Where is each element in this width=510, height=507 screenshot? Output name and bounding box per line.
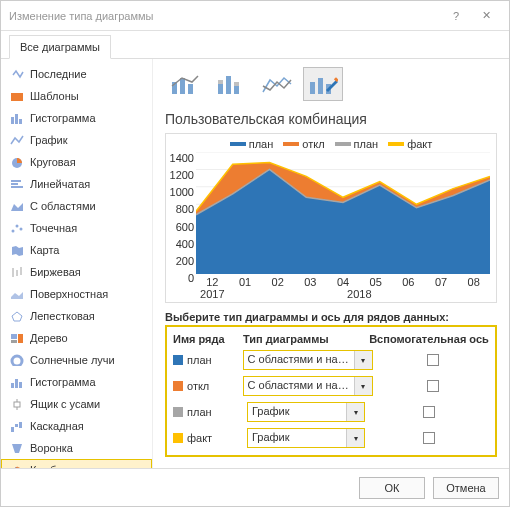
line-icon (10, 134, 24, 146)
sunburst-icon (10, 354, 24, 366)
y-axis: 1400120010008006004002000 (168, 152, 194, 284)
sidebar-item-funnel[interactable]: Воронка (1, 437, 152, 459)
templates-icon (10, 90, 24, 102)
combo-subtype-custom[interactable] (303, 67, 343, 101)
config-label: Выберите тип диаграммы и ось для рядов д… (165, 311, 497, 323)
combo-subtype-2[interactable] (211, 67, 251, 101)
sidebar-item-label: С областями (30, 200, 96, 212)
histogram-icon (10, 376, 24, 388)
sidebar-item-histogram[interactable]: Гистограмма (1, 371, 152, 393)
svg-rect-3 (19, 119, 22, 124)
sidebar-item-area[interactable]: С областями (1, 195, 152, 217)
chart-type-sidebar: ПоследниеШаблоныГистограммаГрафикКругова… (1, 59, 153, 468)
svg-rect-2 (15, 114, 18, 124)
svg-point-8 (12, 230, 15, 233)
series-config-grid: Имя ряда Тип диаграммы Вспомогательная о… (165, 325, 497, 457)
scatter-icon (10, 222, 24, 234)
surface-icon (10, 288, 24, 300)
stock-icon (10, 266, 24, 278)
x-axis-months: 120102030405060708 (196, 276, 490, 288)
chart-legend: планотклпланфакт (172, 138, 490, 150)
chevron-down-icon[interactable]: ▾ (346, 403, 364, 421)
chart-type-select[interactable]: График ▾ (247, 428, 365, 448)
sidebar-item-recent[interactable]: Последние (1, 63, 152, 85)
combo-subtype-1[interactable] (165, 67, 205, 101)
chart-type-select[interactable]: График ▾ (247, 402, 365, 422)
sidebar-item-radar[interactable]: Лепестковая (1, 305, 152, 327)
svg-marker-28 (12, 444, 22, 453)
close-button[interactable]: ✕ (471, 9, 501, 22)
area-icon (10, 200, 24, 212)
svg-rect-16 (18, 334, 23, 343)
legend-item: план (230, 138, 274, 150)
dialog-footer: ОК Отмена (1, 468, 509, 506)
combo-heading: Пользовательская комбинация (165, 111, 497, 127)
sidebar-item-surface[interactable]: Поверхностная (1, 283, 152, 305)
svg-rect-15 (11, 334, 17, 339)
legend-swatch (388, 142, 404, 146)
ok-button[interactable]: ОК (359, 477, 425, 499)
series-name-cell: план (173, 354, 239, 366)
svg-rect-1 (11, 117, 14, 124)
sidebar-item-bar-v[interactable]: Гистограмма (1, 107, 152, 129)
sidebar-item-scatter[interactable]: Точечная (1, 217, 152, 239)
legend-item: факт (388, 138, 432, 150)
aux-axis-checkbox[interactable] (423, 432, 435, 444)
series-row: факт График ▾ (169, 425, 493, 451)
aux-axis-checkbox[interactable] (427, 354, 439, 366)
series-name: план (187, 354, 212, 366)
tab-all-charts[interactable]: Все диаграммы (9, 35, 111, 59)
svg-rect-20 (15, 379, 18, 388)
sidebar-item-map[interactable]: Карта (1, 239, 152, 261)
chevron-down-icon[interactable]: ▾ (346, 429, 364, 447)
chart-type-select[interactable]: С областями и нако… ▾ (243, 350, 373, 370)
chevron-down-icon[interactable]: ▾ (354, 351, 372, 369)
combo-subtype-3[interactable] (257, 67, 297, 101)
legend-label: факт (407, 138, 432, 150)
header-type: Тип диаграммы (243, 333, 369, 345)
aux-axis-checkbox[interactable] (423, 406, 435, 418)
svg-rect-5 (11, 180, 21, 182)
svg-rect-6 (11, 183, 18, 185)
aux-axis-cell (369, 406, 489, 418)
plot-area (196, 152, 490, 274)
sidebar-item-waterfall[interactable]: Каскадная (1, 415, 152, 437)
sidebar-item-line[interactable]: График (1, 129, 152, 151)
legend-swatch (335, 142, 351, 146)
sidebar-item-combo[interactable]: Комбинированная (1, 459, 152, 468)
cancel-button[interactable]: Отмена (433, 477, 499, 499)
sidebar-item-label: График (30, 134, 68, 146)
series-swatch (173, 433, 183, 443)
legend-swatch (230, 142, 246, 146)
svg-rect-25 (11, 427, 14, 432)
sidebar-item-label: Гистограмма (30, 376, 96, 388)
sidebar-item-label: Лепестковая (30, 310, 95, 322)
sidebar-item-label: Точечная (30, 222, 77, 234)
sidebar-item-label: Последние (30, 68, 87, 80)
svg-rect-37 (218, 80, 223, 84)
aux-axis-checkbox[interactable] (427, 380, 439, 392)
svg-rect-36 (234, 86, 239, 94)
sidebar-item-boxplot[interactable]: Ящик с усами (1, 393, 152, 415)
svg-rect-19 (11, 383, 14, 388)
radar-icon (10, 310, 24, 322)
svg-rect-0 (11, 93, 23, 101)
sidebar-item-bar-h[interactable]: Линейчатая (1, 173, 152, 195)
sidebar-item-pie[interactable]: Круговая (1, 151, 152, 173)
help-button[interactable]: ? (441, 10, 471, 22)
chart-type-select[interactable]: С областями и нако… ▾ (243, 376, 373, 396)
sidebar-item-tree[interactable]: Дерево (1, 327, 152, 349)
aux-axis-cell (369, 432, 489, 444)
sidebar-item-stock[interactable]: Биржевая (1, 261, 152, 283)
sidebar-item-label: Карта (30, 244, 59, 256)
select-value: График (248, 403, 346, 421)
map-icon (10, 244, 24, 256)
chevron-down-icon[interactable]: ▾ (354, 377, 372, 395)
aux-axis-cell (377, 380, 489, 392)
sidebar-item-templates[interactable]: Шаблоны (1, 85, 152, 107)
svg-rect-22 (14, 402, 20, 407)
svg-rect-38 (234, 82, 239, 86)
sidebar-item-sunburst[interactable]: Солнечные лучи (1, 349, 152, 371)
series-name: план (187, 406, 212, 418)
series-name-cell: факт (173, 432, 243, 444)
